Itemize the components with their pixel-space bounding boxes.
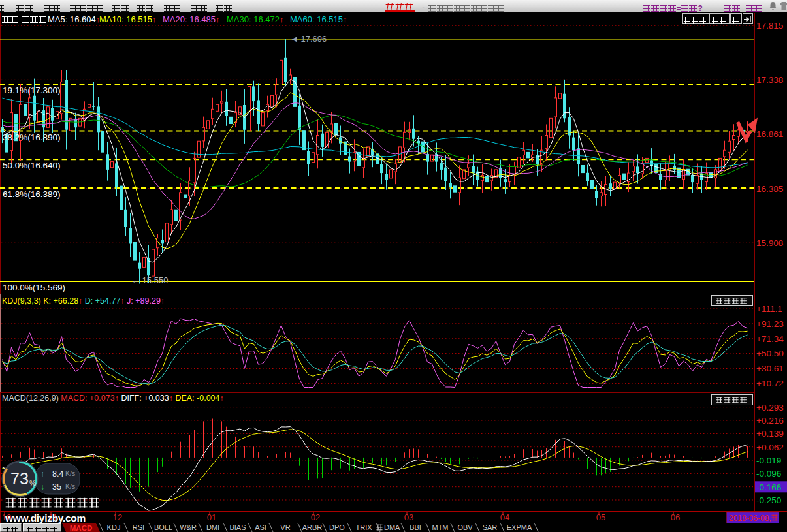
svg-text:+30.61: +30.61 <box>756 364 784 373</box>
svg-text:-0.166: -0.166 <box>756 482 781 492</box>
svg-text:+71.34: +71.34 <box>756 334 784 344</box>
svg-text:17.338: 17.338 <box>756 75 783 85</box>
svg-text:K/s: K/s <box>65 469 75 477</box>
svg-text:35: 35 <box>52 482 61 492</box>
svg-text:16.385: 16.385 <box>756 184 783 194</box>
svg-text:ASI: ASI <box>255 524 266 531</box>
svg-text:-0.250: -0.250 <box>756 495 781 505</box>
svg-text:BIAS: BIAS <box>229 524 246 531</box>
svg-text:06: 06 <box>671 512 680 522</box>
svg-text:OBV: OBV <box>457 524 473 531</box>
svg-text:DMI: DMI <box>206 524 219 531</box>
svg-text:03: 03 <box>404 512 413 522</box>
svg-text:K/s: K/s <box>65 482 75 490</box>
svg-text:+111.1: +111.1 <box>756 304 782 314</box>
svg-text:RSI: RSI <box>133 524 144 531</box>
svg-text:+0.293: +0.293 <box>756 403 784 413</box>
svg-text:+0.062: +0.062 <box>756 443 784 452</box>
svg-text:◄ 17.696: ◄ 17.696 <box>290 34 327 44</box>
svg-text:MTM: MTM <box>432 524 448 531</box>
svg-text:+10.72: +10.72 <box>756 379 784 388</box>
svg-text:02: 02 <box>311 512 320 522</box>
svg-text:+0.139: +0.139 <box>756 429 784 439</box>
svg-text:VR: VR <box>280 524 290 531</box>
svg-text:www.diyizby.com: www.diyizby.com <box>5 512 86 524</box>
svg-text:04: 04 <box>500 512 509 522</box>
svg-text:15.908: 15.908 <box>756 238 783 248</box>
svg-text:2018-06-08,: 2018-06-08, <box>729 514 771 523</box>
svg-text:-0.096: -0.096 <box>756 469 781 478</box>
svg-text:EXPMA: EXPMA <box>507 524 532 531</box>
svg-text:8.4: 8.4 <box>52 469 63 478</box>
svg-text:38.2%(16.890): 38.2%(16.890) <box>3 133 61 142</box>
svg-text:← 15.550: ← 15.550 <box>131 275 168 285</box>
svg-text:16.861: 16.861 <box>756 129 783 139</box>
svg-text:100.0%(15.569): 100.0%(15.569) <box>3 283 65 292</box>
svg-text:ARBR: ARBR <box>302 524 323 531</box>
svg-text:KDJ: KDJ <box>107 524 121 531</box>
svg-text:12: 12 <box>113 512 122 522</box>
svg-text:BBI: BBI <box>410 524 421 531</box>
svg-text:%: % <box>29 479 36 487</box>
svg-text:-0.019: -0.019 <box>756 456 781 465</box>
svg-text:01: 01 <box>207 512 216 522</box>
svg-text:MACD(12,26,9) MACD: +0.073↑ DI: MACD(12,26,9) MACD: +0.073↑ DIFF: +0.033… <box>2 394 224 403</box>
svg-text:DPO: DPO <box>329 524 345 531</box>
svg-text:19.1%(17.300): 19.1%(17.300) <box>3 86 61 95</box>
svg-text:KDJ(9,3,3) K: +66.28↑ D: +54.7: KDJ(9,3,3) K: +66.28↑ D: +54.77↑ J: +89.… <box>2 296 165 305</box>
svg-text:↑: ↑ <box>40 469 44 478</box>
svg-text:TRIX: TRIX <box>355 524 372 531</box>
svg-text:+91.23: +91.23 <box>756 319 784 329</box>
svg-text:↓: ↓ <box>40 482 44 492</box>
svg-text:17.815: 17.815 <box>756 21 783 31</box>
svg-text:W&R: W&R <box>180 524 197 531</box>
svg-text:SAR: SAR <box>483 524 498 531</box>
svg-text:BOLL: BOLL <box>154 524 172 531</box>
svg-text:+0.216: +0.216 <box>756 416 784 426</box>
svg-text:DMA: DMA <box>384 524 400 531</box>
svg-text:05: 05 <box>596 512 605 522</box>
svg-text:50.0%(16.640): 50.0%(16.640) <box>3 161 61 170</box>
svg-text:73: 73 <box>10 469 29 488</box>
svg-text:61.8%(16.389): 61.8%(16.389) <box>3 189 61 199</box>
svg-text:+50.50: +50.50 <box>756 349 784 358</box>
